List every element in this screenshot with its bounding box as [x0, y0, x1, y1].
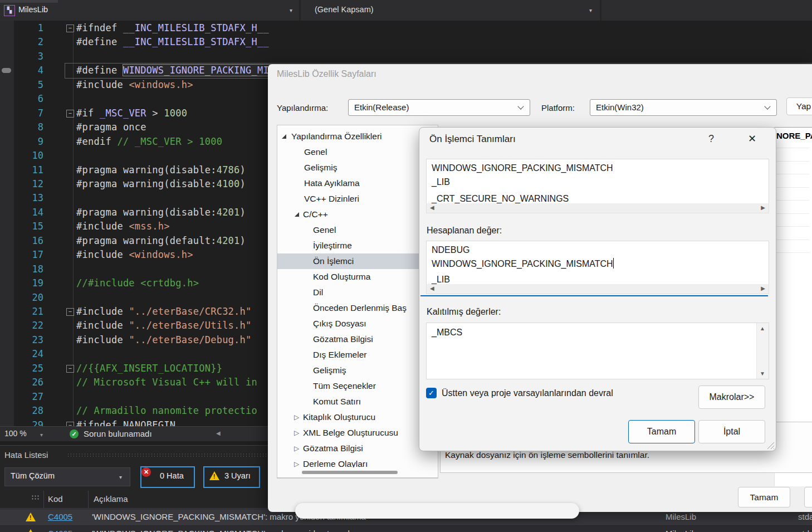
tree-item-genel[interactable]: Genel: [277, 222, 438, 238]
chevron-down-icon[interactable]: ▾: [290, 7, 292, 13]
tree-item--n-i-lemci[interactable]: Ön İşlemci: [277, 253, 438, 269]
code-token: ): [240, 164, 246, 175]
scroll-right-icon[interactable]: ▶: [761, 285, 765, 291]
subdialog-cancel-button[interactable]: İptal: [698, 420, 765, 443]
tree-item-geli-mi-[interactable]: Gelişmiş: [277, 160, 438, 175]
collapsed-arrow-icon[interactable]: ▷: [294, 441, 299, 456]
error-code-link[interactable]: C4005: [48, 529, 72, 532]
field-value-line: WINDOWS_IGNORE_PACKING_MISMATCH: [432, 258, 614, 272]
tree-item-c-c-[interactable]: C/C++: [277, 207, 438, 222]
line-number: 12: [0, 177, 43, 191]
scroll-down-icon[interactable]: ▼: [760, 370, 765, 377]
collapsed-arrow-icon[interactable]: ▷: [294, 409, 299, 425]
definitions-hscrollbar[interactable]: ◀ ▶: [426, 203, 769, 213]
drag-handle-icon[interactable]: [31, 495, 40, 500]
subdialog-ok-button[interactable]: Tamam: [628, 420, 695, 443]
error-code-link[interactable]: C4005: [48, 512, 72, 521]
platform-label: Platform:: [541, 103, 575, 113]
line-number: 18: [0, 262, 43, 276]
tree-item-komut-sat-r-[interactable]: Komut Satırı: [277, 394, 438, 409]
tree-item-xml-belge-olu-turucusu[interactable]: ▷XML Belge Oluşturucusu: [277, 425, 438, 441]
scroll-left-icon[interactable]: ◀: [216, 430, 221, 436]
zoom-level[interactable]: 100 %: [4, 429, 27, 438]
error-filter-value: Tüm Çözüm: [11, 471, 55, 480]
property-tree[interactable]: Yapılandırma ÖzellikleriGenelGelişmişHat…: [277, 125, 438, 479]
fold-collapse-icon[interactable]: −: [66, 308, 74, 316]
dialog-cancel-button-clipped[interactable]: [804, 487, 812, 507]
error-table-row[interactable]: !C4005'WINDOWS_IGNORE_PACKING_MISMATCH':…: [0, 526, 812, 532]
scroll-left-icon[interactable]: ◀: [430, 204, 434, 211]
code-token: >: [146, 108, 164, 119]
tree-horizontal-scrollbar[interactable]: [277, 467, 438, 478]
platform-dropdown[interactable]: Etkin(Win32): [590, 99, 777, 116]
tree-item-yap-land-rma-zellikleri[interactable]: Yapılandırma Özellikleri: [277, 129, 438, 144]
inherited-values-listbox[interactable]: ▲ ▼ _MBCS: [426, 323, 769, 379]
computed-value-textbox[interactable]: NDEBUGWINDOWS_IGNORE_PACKING_MISMATCH_LI…: [426, 241, 769, 285]
tree-item-i-yile-tirme[interactable]: İyileştirme: [277, 238, 438, 253]
chevron-down-icon[interactable]: ▾: [40, 432, 43, 438]
resize-grip[interactable]: [766, 441, 774, 449]
code-line: #if _MSC_VER > 1000: [76, 106, 187, 120]
warnings-toggle-button[interactable]: ! 3 Uyarı: [203, 466, 260, 488]
inherit-checkbox[interactable]: ✓: [426, 388, 437, 398]
inherit-checkbox-label[interactable]: Üstten veya proje varsayılanlarından dev…: [442, 388, 613, 398]
line-number: 21: [0, 305, 43, 319]
fold-collapse-icon[interactable]: −: [66, 365, 74, 373]
tree-item-kod-olu-turma[interactable]: Kod Oluşturma: [277, 269, 438, 285]
tree-item-g-zatma-bilgisi[interactable]: Gözatma Bilgisi: [277, 331, 438, 347]
code-token: #pragma once: [76, 121, 146, 133]
tree-item-dil[interactable]: Dil: [277, 285, 438, 300]
fold-collapse-icon[interactable]: −: [66, 110, 74, 118]
macros-button[interactable]: Makrolar>>: [698, 385, 765, 409]
error-project: MilesLib: [666, 512, 696, 521]
tree-item-label: Çıkış Dosyası: [313, 316, 366, 331]
code-token: #pragma warning(default:: [76, 235, 217, 246]
tree-item-d-eklemeler[interactable]: Dış Eklemeler: [277, 347, 438, 363]
panel-drag-texture[interactable]: [67, 453, 266, 458]
tree-item-hata-ay-klama[interactable]: Hata Ayıklama: [277, 175, 438, 191]
fold-collapse-icon[interactable]: −: [66, 25, 74, 32]
code-line: #define __INC_MILESLIB_STDAFX_H__: [76, 35, 269, 49]
divider: [600, 0, 601, 21]
column-header-description[interactable]: Açıklama: [94, 494, 128, 504]
collapsed-arrow-icon[interactable]: ▷: [294, 425, 299, 441]
code-token: 1000: [164, 108, 187, 119]
chevron-down-icon[interactable]: ▾: [589, 7, 592, 13]
tree-item-label: Ön İşlemci: [313, 253, 354, 269]
definitions-textbox[interactable]: WINDOWS_IGNORE_PACKING_MISMATCH_LIB_CRT_…: [426, 159, 769, 204]
grid-row-line: [775, 174, 809, 174]
configuration-manager-button[interactable]: Yap: [786, 97, 812, 115]
close-icon[interactable]: ✕: [748, 133, 756, 145]
tree-item-vc-dizinleri[interactable]: VC++ Dizinleri: [277, 191, 438, 207]
tree-item-kitapl-k-olu-turucu[interactable]: ▷Kitaplık Oluşturucu: [277, 409, 438, 425]
scroll-left-icon[interactable]: ◀: [430, 285, 434, 291]
scrollbar-thumb[interactable]: [302, 471, 398, 474]
tree-item-label: Komut Satırı: [313, 394, 361, 409]
configuration-dropdown[interactable]: Etkin(Release): [348, 99, 530, 116]
computed-hscrollbar[interactable]: ◀ ▶: [426, 284, 769, 294]
vertical-scrollbar[interactable]: ▲ ▼: [756, 323, 769, 379]
expanded-arrow-icon[interactable]: [282, 134, 286, 139]
tree-item-g-zatma-bilgisi[interactable]: ▷Gözatma Bilgisi: [277, 441, 438, 456]
errors-toggle-button[interactable]: ✕ 0 Hata: [140, 466, 195, 488]
project-dropdown[interactable]: MilesLib: [18, 5, 48, 14]
tree-item--k-dosyas-[interactable]: Çıkış Dosyası: [277, 316, 438, 331]
error-filter-dropdown[interactable]: Tüm Çözüm ▾: [4, 467, 130, 486]
code-token: #include: [76, 306, 129, 317]
fold-collapse-icon[interactable]: −: [66, 422, 74, 426]
scope-dropdown[interactable]: (Genel Kapsam): [315, 5, 374, 14]
help-icon[interactable]: ?: [708, 133, 714, 145]
tree-item-t-m-se-enekler[interactable]: Tüm Seçenekler: [277, 378, 438, 394]
code-token: 4786: [217, 164, 240, 175]
tree-item-genel[interactable]: Genel: [277, 144, 438, 160]
dialog-ok-button[interactable]: Tamam: [738, 487, 790, 507]
scroll-up-icon[interactable]: ▲: [760, 325, 765, 331]
tree-item-label: Tüm Seçenekler: [313, 378, 376, 394]
expanded-arrow-icon[interactable]: [295, 212, 299, 217]
column-header-code[interactable]: Kod: [48, 494, 63, 504]
line-number: 5: [0, 78, 43, 92]
scroll-right-icon[interactable]: ▶: [761, 204, 765, 211]
tree-item--nceden-derlenmi-ba-[interactable]: Önceden Derlenmiş Baş: [277, 300, 438, 316]
tree-item-geli-mi-[interactable]: Gelişmiş: [277, 363, 438, 378]
code-line: #include <windows.h>: [76, 248, 193, 262]
